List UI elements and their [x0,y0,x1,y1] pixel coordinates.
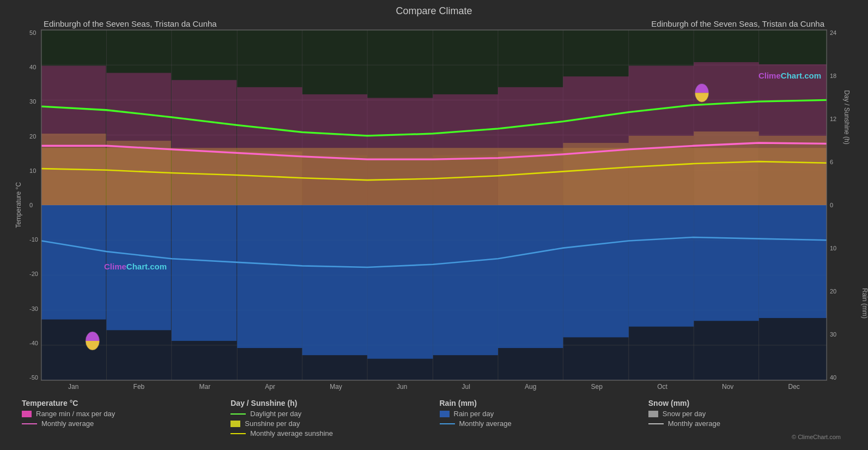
legend-sunshine: Day / Sunshine (h) Daylight per day Suns… [230,399,428,440]
right-location: Edinburgh of the Seven Seas, Tristan da … [651,19,824,28]
svg-rect-44 [629,66,694,205]
month-sep: Sep [591,383,603,391]
legend-snow-title: Snow (mm) [648,399,846,407]
y-axis-right-bottom-label: Rain (mm) [861,288,868,319]
svg-rect-52 [367,205,433,359]
snow-swatch [648,411,658,417]
svg-rect-55 [563,205,628,337]
left-location: Edinburgh of the Seven Seas, Tristan da … [44,19,217,28]
legend-sunshine-title: Day / Sunshine (h) [230,399,428,407]
legend-rain: Rain (mm) Rain per day Monthly average [440,399,638,440]
temp-avg-line [22,423,37,424]
svg-rect-51 [302,205,367,355]
legend-rain-bar: Rain per day [440,410,638,418]
month-aug: Aug [525,383,536,391]
legend-temp-avg: Monthly average [22,419,220,428]
chart-logo-top-right: ClimeChart.com [758,71,821,80]
legend-temp-range-label: Range min / max per day [36,410,115,418]
y-axis-right: Day / Sunshine (h) Rain (mm) 24 18 12 6 … [827,29,857,381]
sunshine-swatch [230,421,240,427]
legend-daylight: Daylight per day [230,410,428,418]
month-may: May [330,383,342,391]
svg-rect-38 [237,87,302,205]
legend-rain-bar-label: Rain per day [454,410,494,418]
page-title: Compare Climate [11,5,857,17]
month-jun: Jun [397,383,407,391]
rain-avg-line [440,423,455,424]
svg-rect-39 [302,94,367,205]
copyright: © ClimeChart.com [648,429,846,440]
svg-rect-37 [172,80,236,205]
snow-avg-line [648,423,664,424]
legend-sunshine-bar-label: Sunshine per day [245,419,300,428]
svg-rect-46 [759,64,827,205]
svg-rect-49 [172,205,236,341]
month-jul: Jul [462,383,470,391]
legend-snow-bar: Snow per day [648,410,846,418]
svg-rect-41 [433,94,498,205]
x-axis: Jan Feb Mar Apr May Jun Jul Aug Sep Oct … [11,381,857,394]
svg-rect-57 [694,205,758,321]
legend-daylight-label: Daylight per day [250,410,301,418]
legend-temp-title: Temperature °C [22,399,220,407]
svg-rect-54 [498,205,563,348]
svg-rect-45 [694,62,758,205]
month-jan: Jan [68,383,78,391]
legend-temp-avg-label: Monthly average [41,419,94,428]
legend-sunshine-bar: Sunshine per day [230,419,428,428]
legend-snow-bar-label: Snow per day [663,410,706,418]
svg-rect-36 [106,73,171,205]
svg-rect-40 [367,98,433,205]
chart-header: Edinburgh of the Seven Seas, Tristan da … [11,19,857,28]
legend-sunshine-avg-label: Monthly average sunshine [250,429,333,437]
legend-temp-range: Range min / max per day [22,410,220,418]
rain-swatch [440,411,450,417]
legend-rain-avg: Monthly average [440,419,638,428]
legend-rain-title: Rain (mm) [440,399,638,407]
svg-rect-50 [237,205,302,348]
legend-rain-avg-label: Monthly average [459,419,512,428]
month-mar: Mar [199,383,210,391]
temp-range-swatch [22,411,32,417]
month-dec: Dec [788,383,799,391]
month-apr: Apr [265,383,275,391]
legend-sunshine-avg: Monthly average sunshine [230,429,428,437]
page-container: Compare Climate Edinburgh of the Seven S… [0,0,868,450]
svg-rect-58 [759,205,827,318]
daylight-line [230,413,246,415]
svg-rect-47 [41,205,106,320]
x-axis-months: Jan Feb Mar Apr May Jun Jul Aug Sep Oct … [41,383,827,391]
month-feb: Feb [133,383,145,391]
legend-snow: Snow (mm) Snow per day Monthly average ©… [648,399,846,440]
svg-rect-35 [41,66,106,205]
chart-area: Temperature °C 50 40 30 20 10 0 -10 -20 … [11,29,857,381]
svg-rect-56 [629,205,694,327]
y-axis-right-top-label: Day / Sunshine (h) [842,90,850,144]
y-ticks-left: 50 40 30 20 10 0 -10 -20 -30 -40 -50 [29,29,38,381]
legend: Temperature °C Range min / max per day M… [11,394,857,445]
month-nov: Nov [722,383,733,391]
chart-logo-bottom-left: ClimeChart.com [104,262,167,271]
legend-snow-avg-label: Monthly average [668,419,720,428]
chart-inner: ClimeChart.com ClimeChart.com [41,29,827,381]
chart-svg [41,30,827,380]
y-axis-left: Temperature °C 50 40 30 20 10 0 -10 -20 … [11,29,41,381]
svg-rect-42 [498,87,563,205]
y-ticks-right: 24 18 12 6 0 10 20 30 40 [830,29,836,381]
legend-snow-avg: Monthly average [648,419,846,428]
legend-temperature: Temperature °C Range min / max per day M… [22,399,220,440]
sunshine-avg-line [230,433,246,434]
svg-rect-53 [433,205,498,355]
svg-rect-43 [563,76,628,205]
month-oct: Oct [657,383,667,391]
y-axis-left-label: Temperature °C [15,182,22,228]
